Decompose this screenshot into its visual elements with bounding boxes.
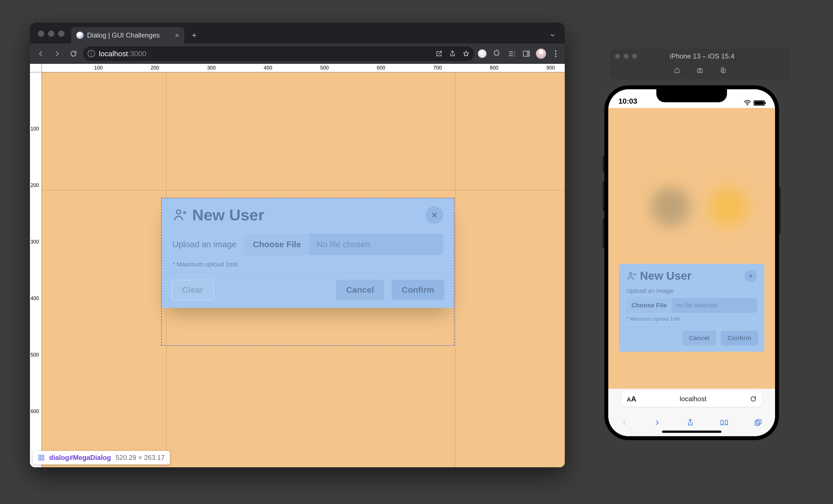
svg-rect-1 bbox=[527, 51, 529, 56]
confirm-button[interactable]: Confirm bbox=[721, 331, 758, 346]
choose-file-button[interactable]: Choose File bbox=[244, 234, 310, 255]
upload-label: Upload an image bbox=[626, 287, 757, 295]
background-blob bbox=[651, 187, 690, 227]
ruler-tick: 400 bbox=[264, 65, 272, 71]
user-plus-icon bbox=[626, 271, 637, 281]
confirm-button[interactable]: Confirm bbox=[391, 280, 444, 300]
sim-screenshot-icon[interactable] bbox=[696, 67, 704, 74]
svg-point-4 bbox=[555, 56, 556, 57]
home-indicator[interactable] bbox=[662, 431, 721, 433]
iphone-screen: 10:03 New User Upload an image bbox=[608, 89, 775, 436]
traffic-close-icon[interactable] bbox=[615, 54, 620, 59]
browser-window: Dialog | GUI Challenges × + i localhost:… bbox=[30, 23, 565, 467]
close-tab-icon[interactable]: × bbox=[175, 31, 179, 40]
ruler-horizontal: 100 200 300 400 500 600 700 800 900 bbox=[42, 64, 565, 72]
reload-button[interactable] bbox=[67, 47, 80, 60]
dialog-close-button[interactable] bbox=[426, 206, 443, 224]
svg-rect-9 bbox=[42, 458, 44, 460]
safari-address-bar[interactable]: AA localhost bbox=[608, 389, 775, 409]
forward-button[interactable] bbox=[654, 419, 661, 427]
traffic-minimize-icon[interactable] bbox=[48, 30, 54, 37]
ruler-tick: 600 bbox=[377, 65, 385, 71]
traffic-zoom-icon[interactable] bbox=[632, 54, 637, 59]
simulator-title: iPhone 13 – iOS 15.4 bbox=[637, 52, 767, 60]
sim-home-icon[interactable] bbox=[673, 67, 681, 74]
back-button[interactable] bbox=[34, 47, 47, 60]
extension-icon[interactable] bbox=[477, 49, 487, 59]
share-icon[interactable] bbox=[449, 50, 456, 57]
devtools-element-badge[interactable]: dialog#MegaDialog 520.29 × 263.17 bbox=[33, 451, 170, 464]
ruler-tick: 700 bbox=[433, 65, 442, 71]
upload-footnote: * Maximum upload 1mb bbox=[626, 316, 757, 325]
simulator-traffic-lights[interactable] bbox=[615, 54, 637, 59]
iphone-volume-down bbox=[603, 218, 604, 248]
open-external-icon[interactable] bbox=[435, 50, 443, 57]
reading-list-icon[interactable] bbox=[506, 50, 517, 58]
favicon-icon bbox=[76, 32, 84, 39]
dialog-close-button[interactable] bbox=[744, 270, 757, 282]
tabs-icon[interactable] bbox=[754, 419, 762, 427]
svg-rect-10 bbox=[697, 69, 703, 73]
share-icon[interactable] bbox=[687, 419, 694, 427]
bookmarks-icon[interactable] bbox=[720, 419, 729, 427]
battery-icon bbox=[754, 100, 765, 106]
user-plus-icon bbox=[172, 208, 187, 222]
window-traffic-lights[interactable] bbox=[38, 30, 65, 37]
sim-rotate-icon[interactable] bbox=[719, 67, 726, 74]
browser-tab[interactable]: Dialog | GUI Challenges × bbox=[71, 27, 184, 44]
ruler-tick: 500 bbox=[320, 65, 329, 71]
simulator-titlebar: iPhone 13 – iOS 15.4 bbox=[610, 49, 790, 79]
file-input[interactable]: Choose File no file selected bbox=[626, 298, 757, 313]
svg-rect-17 bbox=[757, 420, 761, 424]
text-size-icon[interactable]: AA bbox=[627, 395, 636, 403]
iphone-mute-switch bbox=[603, 156, 604, 172]
address-bar[interactable]: i localhost:3000 bbox=[83, 46, 474, 61]
toolbar-actions bbox=[477, 49, 561, 59]
grid-icon bbox=[38, 454, 45, 461]
svg-point-14 bbox=[747, 104, 748, 106]
ruler-tick: 400 bbox=[30, 296, 39, 301]
cancel-button[interactable]: Cancel bbox=[336, 280, 384, 300]
choose-file-button[interactable]: Choose File bbox=[626, 298, 672, 313]
ruler-tick: 900 bbox=[546, 65, 555, 71]
traffic-minimize-icon[interactable] bbox=[623, 54, 628, 59]
new-tab-button[interactable]: + bbox=[188, 29, 201, 42]
ruler-tick: 200 bbox=[30, 182, 39, 188]
mega-dialog: New User Upload an image Choose File No … bbox=[162, 198, 454, 308]
upload-label: Upload an image bbox=[172, 240, 237, 249]
safari-page: New User Upload an image Choose File no … bbox=[608, 108, 775, 389]
reload-icon[interactable] bbox=[750, 396, 757, 402]
back-button[interactable] bbox=[621, 419, 628, 427]
svg-point-11 bbox=[699, 70, 701, 72]
clear-button[interactable]: Clear bbox=[171, 280, 214, 300]
devtools-guide bbox=[42, 190, 565, 191]
dialog-header: New User bbox=[162, 198, 454, 229]
forward-button[interactable] bbox=[50, 47, 64, 60]
tab-title: Dialog | GUI Challenges bbox=[87, 31, 172, 39]
upload-row: Upload an image Choose File No file chos… bbox=[172, 234, 443, 255]
svg-point-5 bbox=[176, 210, 181, 214]
bookmark-star-icon[interactable] bbox=[462, 50, 470, 57]
kebab-menu-icon[interactable] bbox=[551, 50, 561, 58]
url-host: localhost bbox=[99, 49, 128, 58]
svg-rect-7 bbox=[42, 455, 44, 457]
cancel-button[interactable]: Cancel bbox=[682, 331, 716, 346]
profile-avatar-icon[interactable] bbox=[536, 49, 546, 59]
traffic-close-icon[interactable] bbox=[38, 30, 44, 37]
svg-point-15 bbox=[629, 272, 632, 275]
browser-toolbar: i localhost:3000 bbox=[30, 44, 565, 64]
svg-point-2 bbox=[555, 50, 556, 52]
site-info-icon[interactable]: i bbox=[88, 50, 95, 57]
side-panel-icon[interactable] bbox=[521, 50, 531, 58]
iphone-notch bbox=[656, 89, 727, 102]
iphone-volume-up bbox=[603, 181, 604, 211]
safari-host: localhost bbox=[636, 395, 750, 403]
ruler-corner bbox=[30, 64, 42, 72]
ruler-tick: 300 bbox=[207, 65, 216, 71]
tab-overflow-button[interactable] bbox=[546, 29, 559, 42]
extensions-puzzle-icon[interactable] bbox=[492, 50, 502, 58]
ruler-tick: 100 bbox=[30, 126, 39, 132]
file-input[interactable]: Choose File No file chosen bbox=[244, 234, 443, 255]
dialog-title: New User bbox=[640, 270, 691, 282]
traffic-zoom-icon[interactable] bbox=[58, 30, 65, 37]
